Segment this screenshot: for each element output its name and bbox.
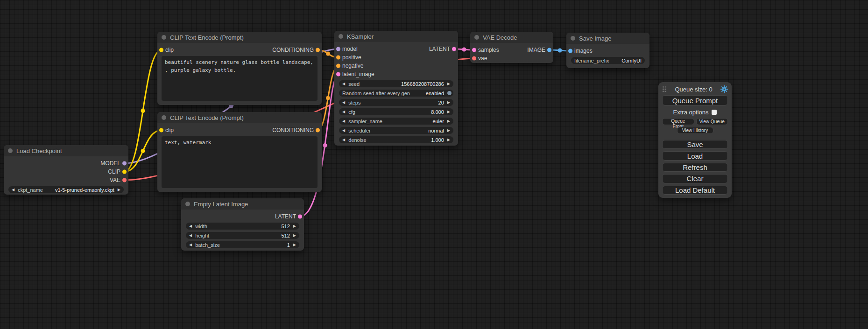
vae-input-dot[interactable]	[472, 56, 476, 61]
clip-output-dot[interactable]	[122, 170, 127, 174]
node-title-bar[interactable]: VAE Decode	[470, 32, 553, 43]
latent-output-dot[interactable]	[452, 47, 456, 51]
node-graph-canvas[interactable]: Load Checkpoint MODEL CLIP VAE ◀ ckpt_na…	[0, 0, 868, 329]
model-output-dot[interactable]	[122, 161, 127, 166]
widget-value: 512	[281, 224, 289, 229]
images-input-dot[interactable]	[568, 49, 572, 53]
clip-input-dot[interactable]	[159, 48, 163, 52]
negative-input-dot[interactable]	[336, 64, 340, 68]
collapse-dot[interactable]	[185, 202, 190, 206]
decrement-icon[interactable]: ◀	[189, 243, 192, 247]
increment-icon[interactable]: ▶	[447, 129, 450, 133]
increment-icon[interactable]: ▶	[447, 110, 450, 114]
ckpt-name-widget[interactable]: ◀ ckpt_name v1-5-pruned-emaonly.ckpt ▶	[8, 186, 124, 193]
denoise-widget[interactable]: ◀ denoise 1.000 ▶	[339, 136, 453, 143]
node-title-bar[interactable]: KSampler	[334, 31, 458, 42]
seed-control-toggle-dot[interactable]	[447, 91, 452, 95]
queue-prompt-button[interactable]: Queue Prompt	[662, 95, 728, 105]
slot-row: images	[566, 47, 649, 55]
node-vae-decode[interactable]: VAE Decode samples IMAGE vae	[470, 32, 553, 63]
prompt-textarea[interactable]: text, watermark	[162, 136, 318, 188]
decrement-icon[interactable]: ◀	[342, 82, 345, 86]
load-default-button[interactable]: Load Default	[662, 186, 728, 195]
node-clip-text-encode-negative[interactable]: CLIP Text Encode (Prompt) clip CONDITION…	[157, 112, 322, 192]
increment-icon[interactable]: ▶	[293, 224, 296, 228]
load-button[interactable]: Load	[662, 151, 728, 160]
decrement-icon[interactable]: ◀	[342, 110, 345, 114]
collapse-dot[interactable]	[162, 35, 166, 40]
node-load-checkpoint[interactable]: Load Checkpoint MODEL CLIP VAE ◀ ckpt_na…	[4, 145, 128, 195]
increment-icon[interactable]: ▶	[447, 119, 450, 123]
node-ksampler[interactable]: KSampler model LATENT positive negative …	[334, 31, 458, 146]
node-title-bar[interactable]: Save Image	[566, 33, 649, 44]
increment-icon[interactable]: ▶	[293, 243, 296, 247]
settings-gear-icon[interactable]	[720, 85, 728, 93]
decrement-icon[interactable]: ◀	[342, 138, 345, 142]
decrement-icon[interactable]: ◀	[189, 234, 192, 238]
scheduler-widget[interactable]: ◀ scheduler normal ▶	[339, 127, 453, 134]
widget-name: Random seed after every gen	[342, 91, 410, 96]
slot-row: vae	[470, 54, 553, 63]
decrement-icon[interactable]: ◀	[12, 188, 14, 192]
filename-prefix-widget[interactable]: filename_prefix ComfyUI	[571, 57, 645, 64]
width-widget[interactable]: ◀ width 512 ▶	[186, 223, 299, 230]
sampler-name-widget[interactable]: ◀ sampler_name euler ▶	[339, 118, 453, 125]
increment-icon[interactable]: ▶	[118, 188, 120, 192]
samples-input-dot[interactable]	[472, 48, 476, 52]
node-save-image[interactable]: Save Image images filename_prefix ComfyU…	[566, 33, 649, 68]
image-output-dot[interactable]	[547, 48, 551, 52]
latent-output-dot[interactable]	[298, 215, 302, 219]
input-label: latent_image	[342, 71, 374, 77]
wire-midpoint-dot	[558, 49, 562, 53]
steps-widget[interactable]: ◀ steps 20 ▶	[339, 99, 453, 106]
increment-icon[interactable]: ▶	[447, 82, 450, 86]
widget-value: enabled	[426, 91, 444, 96]
output-row: CLIP	[4, 168, 128, 176]
increment-icon[interactable]: ▶	[447, 138, 450, 142]
queue-front-button[interactable]: Queue Front	[662, 118, 694, 125]
decrement-icon[interactable]: ◀	[342, 119, 345, 123]
height-widget[interactable]: ◀ height 512 ▶	[186, 232, 299, 239]
increment-icon[interactable]: ▶	[293, 234, 296, 238]
decrement-icon[interactable]: ◀	[189, 224, 192, 228]
refresh-button[interactable]: Refresh	[662, 163, 728, 172]
clear-button[interactable]: Clear	[662, 174, 728, 183]
node-clip-text-encode-positive[interactable]: CLIP Text Encode (Prompt) clip CONDITION…	[157, 32, 322, 105]
decrement-icon[interactable]: ◀	[342, 129, 345, 133]
prompt-textarea[interactable]: beautiful scenery nature glass bottle la…	[162, 56, 318, 101]
cfg-widget[interactable]: ◀ cfg 8.000 ▶	[339, 108, 453, 115]
clip-input-dot[interactable]	[159, 128, 163, 133]
seed-widget[interactable]: ◀ seed 156680208700286 ▶	[339, 80, 453, 87]
extra-options-checkbox[interactable]	[712, 110, 717, 115]
save-button[interactable]: Save	[662, 140, 728, 149]
output-label: LATENT	[275, 213, 296, 220]
collapse-dot[interactable]	[571, 36, 575, 41]
collapse-dot[interactable]	[474, 35, 479, 40]
conditioning-output-dot[interactable]	[316, 128, 320, 133]
widget-name: cfg	[348, 109, 355, 115]
input-label: negative	[342, 63, 363, 69]
seed-control-widget[interactable]: Random seed after every gen enabled	[339, 90, 453, 97]
view-queue-button[interactable]: View Queue	[696, 118, 728, 125]
node-empty-latent-image[interactable]: Empty Latent Image LATENT ◀ width 512 ▶ …	[181, 198, 304, 251]
collapse-dot[interactable]	[339, 34, 343, 39]
decrement-icon[interactable]: ◀	[342, 101, 345, 105]
drag-handle-icon[interactable]	[662, 86, 667, 92]
vae-output-dot[interactable]	[122, 178, 127, 182]
collapse-dot[interactable]	[162, 115, 166, 120]
collapse-dot[interactable]	[8, 148, 13, 153]
node-title-bar[interactable]: Load Checkpoint	[4, 145, 128, 156]
latent-image-input-dot[interactable]	[336, 72, 340, 77]
queue-pill-row: Queue Front View Queue	[662, 118, 728, 125]
node-title-bar[interactable]: CLIP Text Encode (Prompt)	[157, 112, 322, 123]
model-input-dot[interactable]	[336, 47, 340, 51]
increment-icon[interactable]: ▶	[447, 101, 450, 105]
positive-input-dot[interactable]	[336, 56, 340, 60]
node-title-bar[interactable]: Empty Latent Image	[181, 198, 304, 210]
widget-value: euler	[432, 119, 444, 124]
output-label: MODEL	[100, 160, 120, 167]
conditioning-output-dot[interactable]	[316, 48, 320, 52]
node-title-bar[interactable]: CLIP Text Encode (Prompt)	[157, 32, 322, 43]
batch-size-widget[interactable]: ◀ batch_size 1 ▶	[186, 241, 299, 248]
view-history-button[interactable]: View History	[677, 127, 713, 134]
